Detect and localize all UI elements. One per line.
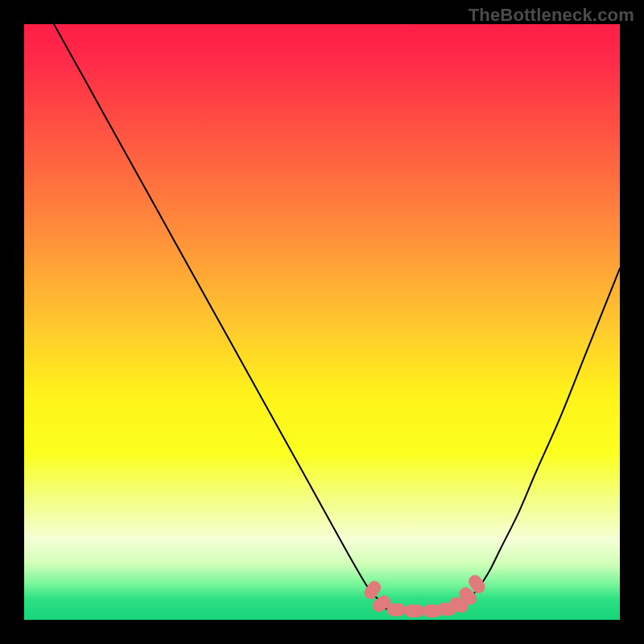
chart-stage: TheBottleneck.com <box>0 0 644 644</box>
bottom-marker <box>405 605 424 617</box>
gradient-background <box>24 24 620 620</box>
watermark-text: TheBottleneck.com <box>469 5 634 26</box>
plot-area <box>24 24 620 620</box>
bottom-marker <box>387 603 407 616</box>
chart-svg <box>24 24 620 620</box>
